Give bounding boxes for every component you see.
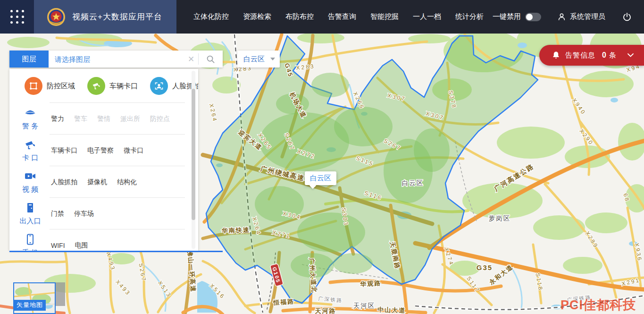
alert-label: 告警信息 xyxy=(565,51,595,60)
nav-item[interactable]: 告警查询 xyxy=(328,12,356,21)
layer-panel-header: 图层 ✕ xyxy=(9,51,223,68)
user-menu[interactable]: 系统管理员 xyxy=(557,12,605,21)
nav-item[interactable]: 智能挖掘 xyxy=(370,12,399,21)
one-key-disable-label: 一键禁用 xyxy=(493,12,521,21)
alert-bar[interactable]: 告警信息 0 条 xyxy=(539,45,644,66)
layer-item[interactable]: WIFI xyxy=(51,242,65,249)
map-label: 华观路 xyxy=(360,280,382,288)
layer-category[interactable]: 手 机 xyxy=(9,229,51,251)
quick-layers: 防控区域车辆卡口人脸抓拍 xyxy=(9,69,198,103)
grid-menu-icon xyxy=(10,10,24,24)
layer-category-label: 视 频 xyxy=(22,185,38,194)
apps-menu-button[interactable] xyxy=(0,0,34,34)
layer-group-row: 视 频人脸抓拍摄像机结构化 xyxy=(9,166,198,198)
map-label: 天河路 xyxy=(315,307,336,314)
layer-items: 门禁停车场 xyxy=(51,198,198,229)
layer-category-label: 出入口 xyxy=(20,217,41,226)
map-label: 恒福路 xyxy=(273,297,295,306)
map-label: G35 xyxy=(477,263,493,272)
layer-category[interactable]: 视 频 xyxy=(9,166,51,198)
search-icon xyxy=(206,55,215,64)
alert-unit: 条 xyxy=(609,51,616,60)
layer-item[interactable]: 门禁 xyxy=(51,210,64,218)
map-label: 白云区 xyxy=(402,179,424,187)
tab-layers[interactable]: 图层 xyxy=(9,51,49,68)
layer-item[interactable]: 车辆卡口 xyxy=(51,146,77,155)
layer-item[interactable]: 警力 xyxy=(51,115,64,123)
layer-item[interactable]: 停车场 xyxy=(74,210,94,218)
layer-item[interactable]: 电子警察 xyxy=(87,146,114,155)
layer-item[interactable]: 结构化 xyxy=(117,178,137,187)
layer-category-label: 警 务 xyxy=(22,122,38,131)
layer-category-label: 卡 口 xyxy=(22,153,38,162)
quick-layer-button[interactable]: 人脸抓拍 xyxy=(150,77,198,95)
layer-items: 警力警车警情派出所防控点 xyxy=(51,103,198,135)
nav-item[interactable]: 布防布控 xyxy=(285,12,314,21)
top-bar: 视频云+大数据应用平台 立体化防控资源检索布防布控告警查询智能挖掘一人一档统计分… xyxy=(0,0,644,34)
vendor-watermark: PCI佳都科技 xyxy=(560,297,636,314)
layer-item[interactable]: 警车 xyxy=(74,115,87,123)
map-label: 中山大道 xyxy=(377,306,406,314)
layer-item[interactable]: 电围 xyxy=(75,241,88,250)
layer-group-row: 出入口门禁停车场 xyxy=(9,198,198,229)
map-district-tooltip[interactable]: 白云区 xyxy=(305,171,336,185)
user-name: 系统管理员 xyxy=(570,12,605,21)
layer-panel-body: 防控区域车辆卡口人脸抓拍 警 务警力警车警情派出所防控点卡 口车辆卡口电子警察微… xyxy=(9,69,198,251)
map-label: 萝岗区 xyxy=(489,215,511,222)
quick-layer-button[interactable]: 车辆卡口 xyxy=(87,77,138,95)
layer-items: 车辆卡口电子警察微卡口 xyxy=(51,135,198,166)
police-badge-logo xyxy=(46,7,66,27)
nav-item[interactable]: 资源检索 xyxy=(243,12,271,21)
door-icon xyxy=(25,202,35,215)
scrollbar-thumb[interactable] xyxy=(192,89,195,220)
region-value: 白云区 xyxy=(243,55,270,64)
user-icon xyxy=(557,12,566,21)
layer-item[interactable]: 派出所 xyxy=(120,115,140,123)
vehicle-camera-icon xyxy=(87,77,105,95)
nav-item[interactable]: 一人一档 xyxy=(413,12,441,21)
clear-icon[interactable]: ✕ xyxy=(184,51,198,68)
video-camera-icon xyxy=(24,170,36,184)
face-capture-icon xyxy=(150,77,168,95)
layer-items: WIFI电围 xyxy=(51,229,198,251)
nav-item[interactable]: 统计分析 xyxy=(455,12,484,21)
header-right: 一键禁用 系统管理员 xyxy=(493,0,644,34)
bell-icon xyxy=(552,51,560,59)
power-icon xyxy=(622,12,632,22)
checkpoint-camera-icon xyxy=(24,139,36,152)
layer-group-row: 警 务警力警车警情派出所防控点 xyxy=(9,103,198,135)
layer-group-row: 卡 口车辆卡口电子警察微卡口 xyxy=(9,135,198,166)
layer-category[interactable]: 出入口 xyxy=(9,198,51,229)
basemap-switcher[interactable]: 矢量地图 xyxy=(13,282,56,314)
panel-bottom-border xyxy=(9,251,223,252)
map-label: 华南快速 xyxy=(221,226,250,234)
logout-button[interactable] xyxy=(622,12,632,22)
layer-items: 人脸抓拍摄像机结构化 xyxy=(51,166,198,198)
layer-item[interactable]: 摄像机 xyxy=(87,178,107,187)
layer-item[interactable]: 微卡口 xyxy=(124,146,143,155)
toggle-knob xyxy=(526,14,533,20)
region-icon xyxy=(25,77,42,95)
basemap-option-ghost[interactable] xyxy=(56,282,65,306)
search-button[interactable] xyxy=(199,51,223,68)
brand-area: 视频云+大数据应用平台 xyxy=(34,0,176,34)
layer-category[interactable]: 警 务 xyxy=(9,103,51,135)
police-cap-icon xyxy=(24,107,36,120)
quick-layer-label: 防控区域 xyxy=(47,82,75,91)
main-nav: 立体化防控资源检索布防布控告警查询智能挖掘一人一档统计分析 xyxy=(193,0,484,34)
app-window: X283X283G45X264X266X307迎宾大道机场大道X265S267X… xyxy=(0,0,644,314)
chevron-down-icon[interactable] xyxy=(627,53,634,57)
layer-item[interactable]: 人脸抓拍 xyxy=(51,178,77,187)
app-title: 视频云+大数据应用平台 xyxy=(72,11,162,22)
map-label: 天河区 xyxy=(353,302,376,309)
layer-search-input[interactable] xyxy=(49,51,184,68)
phone-icon xyxy=(25,234,35,247)
layer-category[interactable]: 卡 口 xyxy=(9,135,51,166)
quick-layer-button[interactable]: 防控区域 xyxy=(25,77,75,95)
one-key-disable-toggle[interactable] xyxy=(525,13,541,21)
layer-item[interactable]: 防控点 xyxy=(150,115,170,123)
region-dropdown[interactable]: 白云区 xyxy=(237,51,280,68)
quick-layer-label: 车辆卡口 xyxy=(109,82,138,91)
nav-item[interactable]: 立体化防控 xyxy=(193,12,229,21)
layer-item[interactable]: 警情 xyxy=(97,115,110,123)
